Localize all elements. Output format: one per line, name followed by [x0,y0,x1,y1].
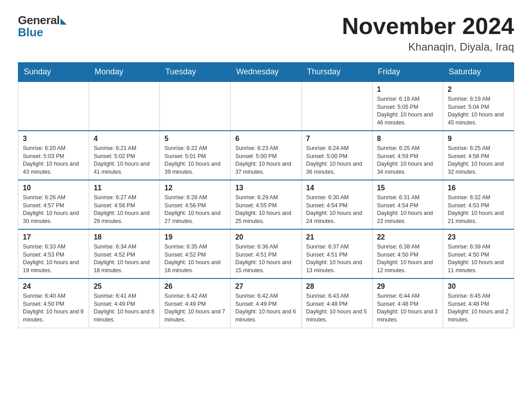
calendar-cell: 16Sunrise: 6:32 AM Sunset: 4:53 PM Dayli… [443,180,514,229]
location-subtitle: Khanaqin, Diyala, Iraq [342,41,514,53]
day-info: Sunrise: 6:37 AM Sunset: 4:51 PM Dayligh… [306,243,368,274]
week-row-3: 10Sunrise: 6:26 AM Sunset: 4:57 PM Dayli… [18,180,514,229]
calendar-cell: 17Sunrise: 6:33 AM Sunset: 4:53 PM Dayli… [18,229,89,278]
calendar-table: SundayMondayTuesdayWednesdayThursdayFrid… [18,62,514,328]
day-number: 26 [164,283,226,291]
day-info: Sunrise: 6:42 AM Sunset: 4:49 PM Dayligh… [164,292,226,324]
calendar-cell: 14Sunrise: 6:30 AM Sunset: 4:54 PM Dayli… [301,180,372,229]
day-number: 28 [306,283,368,291]
calendar-cell: 4Sunrise: 6:21 AM Sunset: 5:02 PM Daylig… [89,131,160,180]
day-number: 15 [377,184,438,192]
day-info: Sunrise: 6:19 AM Sunset: 5:04 PM Dayligh… [448,95,509,127]
logo-blue-text: Blue [18,26,43,39]
month-year-title: November 2024 [342,13,514,39]
day-number: 10 [23,184,84,192]
day-info: Sunrise: 6:45 AM Sunset: 4:48 PM Dayligh… [448,292,509,324]
day-info: Sunrise: 6:43 AM Sunset: 4:48 PM Dayligh… [306,292,368,324]
week-row-1: 1Sunrise: 6:18 AM Sunset: 5:05 PM Daylig… [18,81,514,131]
calendar-cell: 2Sunrise: 6:19 AM Sunset: 5:04 PM Daylig… [443,81,514,131]
day-number: 22 [377,233,438,241]
day-info: Sunrise: 6:29 AM Sunset: 4:55 PM Dayligh… [235,194,296,225]
week-row-4: 17Sunrise: 6:33 AM Sunset: 4:53 PM Dayli… [18,229,514,278]
weekday-header-wednesday: Wednesday [231,63,301,82]
day-info: Sunrise: 6:25 AM Sunset: 4:59 PM Dayligh… [377,145,438,176]
day-number: 12 [164,184,226,192]
day-info: Sunrise: 6:21 AM Sunset: 5:02 PM Dayligh… [94,145,155,176]
day-info: Sunrise: 6:34 AM Sunset: 4:52 PM Dayligh… [94,243,155,274]
calendar-cell [18,81,89,131]
day-number: 9 [448,135,509,143]
day-info: Sunrise: 6:32 AM Sunset: 4:53 PM Dayligh… [448,194,509,225]
day-number: 4 [94,135,155,143]
calendar-cell: 26Sunrise: 6:42 AM Sunset: 4:49 PM Dayli… [160,278,231,328]
day-number: 11 [94,184,155,192]
calendar-cell: 20Sunrise: 6:36 AM Sunset: 4:51 PM Dayli… [231,229,301,278]
calendar-cell: 19Sunrise: 6:35 AM Sunset: 4:52 PM Dayli… [160,229,231,278]
calendar-cell: 10Sunrise: 6:26 AM Sunset: 4:57 PM Dayli… [18,180,89,229]
day-number: 16 [448,184,509,192]
calendar-cell [231,81,301,131]
calendar-cell: 3Sunrise: 6:20 AM Sunset: 5:03 PM Daylig… [18,131,89,180]
calendar-cell: 6Sunrise: 6:23 AM Sunset: 5:00 PM Daylig… [231,131,301,180]
day-number: 7 [306,135,368,143]
day-number: 14 [306,184,368,192]
calendar-cell: 18Sunrise: 6:34 AM Sunset: 4:52 PM Dayli… [89,229,160,278]
calendar-cell: 29Sunrise: 6:44 AM Sunset: 4:48 PM Dayli… [372,278,443,328]
logo-arrow-icon [60,18,67,25]
day-info: Sunrise: 6:31 AM Sunset: 4:54 PM Dayligh… [377,194,438,225]
day-info: Sunrise: 6:36 AM Sunset: 4:51 PM Dayligh… [235,243,296,274]
day-number: 30 [448,283,509,291]
day-info: Sunrise: 6:39 AM Sunset: 4:50 PM Dayligh… [448,243,509,274]
day-info: Sunrise: 6:25 AM Sunset: 4:58 PM Dayligh… [448,145,509,176]
day-number: 19 [164,233,226,241]
day-number: 27 [235,283,296,291]
calendar-cell [301,81,372,131]
day-info: Sunrise: 6:38 AM Sunset: 4:50 PM Dayligh… [377,243,438,274]
day-info: Sunrise: 6:22 AM Sunset: 5:01 PM Dayligh… [164,145,226,176]
day-number: 21 [306,233,368,241]
day-info: Sunrise: 6:33 AM Sunset: 4:53 PM Dayligh… [23,243,84,274]
calendar-cell [89,81,160,131]
calendar-header-row: SundayMondayTuesdayWednesdayThursdayFrid… [18,63,514,82]
weekday-header-thursday: Thursday [301,63,372,82]
day-info: Sunrise: 6:40 AM Sunset: 4:50 PM Dayligh… [23,292,84,324]
logo: General Blue [18,13,67,39]
calendar-cell: 12Sunrise: 6:28 AM Sunset: 4:56 PM Dayli… [160,180,231,229]
calendar-cell: 15Sunrise: 6:31 AM Sunset: 4:54 PM Dayli… [372,180,443,229]
weekday-header-friday: Friday [372,63,443,82]
day-info: Sunrise: 6:44 AM Sunset: 4:48 PM Dayligh… [377,292,438,324]
day-info: Sunrise: 6:23 AM Sunset: 5:00 PM Dayligh… [235,145,296,176]
day-info: Sunrise: 6:20 AM Sunset: 5:03 PM Dayligh… [23,145,84,176]
day-number: 18 [94,233,155,241]
week-row-5: 24Sunrise: 6:40 AM Sunset: 4:50 PM Dayli… [18,278,514,328]
week-row-2: 3Sunrise: 6:20 AM Sunset: 5:03 PM Daylig… [18,131,514,180]
calendar-cell: 25Sunrise: 6:41 AM Sunset: 4:49 PM Dayli… [89,278,160,328]
day-number: 2 [448,86,509,94]
calendar-cell: 7Sunrise: 6:24 AM Sunset: 5:00 PM Daylig… [301,131,372,180]
day-info: Sunrise: 6:28 AM Sunset: 4:56 PM Dayligh… [164,194,226,225]
calendar-cell: 21Sunrise: 6:37 AM Sunset: 4:51 PM Dayli… [301,229,372,278]
calendar-cell: 5Sunrise: 6:22 AM Sunset: 5:01 PM Daylig… [160,131,231,180]
day-number: 3 [23,135,84,143]
day-info: Sunrise: 6:42 AM Sunset: 4:49 PM Dayligh… [235,292,296,324]
day-info: Sunrise: 6:26 AM Sunset: 4:57 PM Dayligh… [23,194,84,225]
day-number: 1 [377,86,438,94]
day-number: 5 [164,135,226,143]
calendar-cell: 30Sunrise: 6:45 AM Sunset: 4:48 PM Dayli… [443,278,514,328]
day-info: Sunrise: 6:41 AM Sunset: 4:49 PM Dayligh… [94,292,155,324]
weekday-header-sunday: Sunday [18,63,89,82]
day-number: 25 [94,283,155,291]
calendar-cell: 28Sunrise: 6:43 AM Sunset: 4:48 PM Dayli… [301,278,372,328]
title-area: November 2024 Khanaqin, Diyala, Iraq [342,13,514,53]
calendar-cell: 27Sunrise: 6:42 AM Sunset: 4:49 PM Dayli… [231,278,301,328]
day-number: 17 [23,233,84,241]
day-number: 24 [23,283,84,291]
day-number: 20 [235,233,296,241]
calendar-cell: 8Sunrise: 6:25 AM Sunset: 4:59 PM Daylig… [372,131,443,180]
calendar-cell: 1Sunrise: 6:18 AM Sunset: 5:05 PM Daylig… [372,81,443,131]
calendar-cell: 9Sunrise: 6:25 AM Sunset: 4:58 PM Daylig… [443,131,514,180]
calendar-cell: 23Sunrise: 6:39 AM Sunset: 4:50 PM Dayli… [443,229,514,278]
day-number: 29 [377,283,438,291]
day-info: Sunrise: 6:35 AM Sunset: 4:52 PM Dayligh… [164,243,226,274]
weekday-header-tuesday: Tuesday [160,63,231,82]
